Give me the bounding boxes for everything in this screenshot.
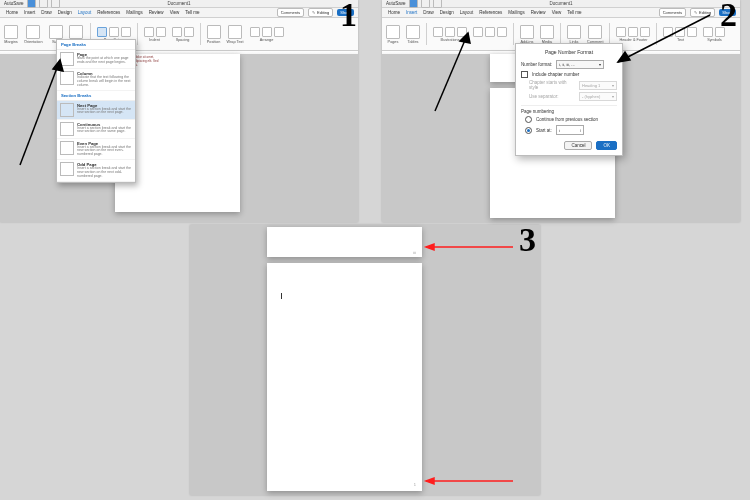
breaks-button[interactable] <box>97 27 107 37</box>
title-bar: AutoSave Document1 <box>382 0 740 8</box>
break-page[interactable]: PageMark the point at which one page end… <box>57 50 135 69</box>
save-icon[interactable] <box>27 0 36 8</box>
break-next-page[interactable]: Next PageInsert a section break and star… <box>57 101 135 120</box>
tab-insert[interactable]: Insert <box>406 10 417 15</box>
spinner-icon: ⁞ <box>580 128 581 133</box>
selection-pane[interactable] <box>274 27 284 37</box>
title-bar: AutoSave Document1 <box>0 0 358 8</box>
start-at-spinner[interactable]: i⁞ <box>556 125 584 135</box>
start-at-label: Start at: <box>536 128 552 133</box>
page3-bottom: 1 <box>267 263 422 491</box>
tab-layout[interactable]: Layout <box>78 10 92 15</box>
margins-icon[interactable] <box>4 25 18 39</box>
autosave-label: AutoSave <box>4 1 24 6</box>
annotation-arrow-1 <box>15 55 65 170</box>
step-number-1: 1 <box>340 0 357 34</box>
continue-label: Continue from previous section <box>536 117 598 122</box>
svg-marker-9 <box>426 478 434 484</box>
tab-references[interactable]: References <box>479 10 502 15</box>
wrap-text-icon[interactable] <box>228 25 242 39</box>
orientation-icon[interactable] <box>26 25 40 39</box>
ribbon-tabs: Home Insert Draw Design Layout Reference… <box>0 8 358 18</box>
tab-home[interactable]: Home <box>388 10 400 15</box>
document-title: Document1 <box>549 1 572 6</box>
tab-references[interactable]: References <box>97 10 120 15</box>
tab-review[interactable]: Review <box>149 10 164 15</box>
tab-draw[interactable]: Draw <box>41 10 52 15</box>
quick-access: AutoSave <box>4 0 60 8</box>
indent-right[interactable] <box>156 27 166 37</box>
svg-marker-5 <box>618 52 630 62</box>
tab-mailings[interactable]: Mailings <box>126 10 143 15</box>
break-odd-page[interactable]: Odd PageInsert a section break and start… <box>57 160 135 182</box>
cover-page-icon[interactable] <box>386 25 400 39</box>
break-column[interactable]: ColumnIndicate that the text following t… <box>57 69 135 91</box>
tab-design[interactable]: Design <box>58 10 72 15</box>
breaks-dropdown: Page Breaks PageMark the point at which … <box>56 39 136 183</box>
sectionbreaks-header: Section Breaks <box>57 91 135 101</box>
cursor-icon <box>281 293 283 299</box>
ok-button[interactable]: OK <box>596 141 617 150</box>
document-title: Document1 <box>167 1 190 6</box>
annotation-arrow-footer <box>418 476 518 486</box>
editing-button[interactable]: ✎ Editing <box>308 8 333 17</box>
tab-insert[interactable]: Insert <box>24 10 35 15</box>
svg-marker-1 <box>53 60 63 71</box>
tab-review[interactable]: Review <box>531 10 546 15</box>
tab-draw[interactable]: Draw <box>423 10 434 15</box>
undo-icon[interactable] <box>39 0 48 8</box>
undo-icon[interactable] <box>421 0 430 8</box>
columns-icon[interactable] <box>69 25 83 39</box>
quick-access: AutoSave <box>386 0 442 8</box>
tab-tellme[interactable]: Tell me <box>567 10 581 15</box>
tab-view[interactable]: View <box>170 10 180 15</box>
size-icon[interactable] <box>49 25 63 39</box>
send-backward[interactable] <box>262 27 272 37</box>
tab-design[interactable]: Design <box>440 10 454 15</box>
tab-layout[interactable]: Layout <box>460 10 474 15</box>
hyphenation-button[interactable] <box>121 27 131 37</box>
annotation-arrow-header <box>418 242 518 252</box>
header-page-number: iii <box>413 250 416 255</box>
redo-icon[interactable] <box>433 0 442 8</box>
tab-tellme[interactable]: Tell me <box>185 10 199 15</box>
line-numbers-button[interactable] <box>109 27 119 37</box>
tab-view[interactable]: View <box>552 10 562 15</box>
position-icon[interactable] <box>207 25 221 39</box>
svg-line-0 <box>20 60 60 165</box>
footer-page-number: 1 <box>414 482 416 487</box>
comments-button[interactable]: Comments <box>277 8 304 17</box>
start-at-radio[interactable] <box>525 127 532 134</box>
tab-mailings[interactable]: Mailings <box>508 10 525 15</box>
bring-forward[interactable] <box>250 27 260 37</box>
svg-marker-7 <box>426 244 434 250</box>
svg-line-4 <box>618 15 710 62</box>
spacing-before[interactable] <box>172 27 182 37</box>
break-continuous[interactable]: ContinuousInsert a section break and sta… <box>57 120 135 139</box>
svg-marker-3 <box>460 33 470 43</box>
table-icon[interactable] <box>406 25 420 39</box>
indent-left[interactable] <box>144 27 154 37</box>
spacing-after[interactable] <box>184 27 194 37</box>
annotation-arrow-2b <box>610 10 720 70</box>
ribbon-layout: Margins Orientation Size Columns Page Se… <box>0 18 358 51</box>
autosave-label: AutoSave <box>386 1 406 6</box>
tab-home[interactable]: Home <box>6 10 18 15</box>
step-number-2: 2 <box>720 0 737 34</box>
save-icon[interactable] <box>409 0 418 8</box>
page3-top: iii <box>267 227 422 257</box>
svg-line-2 <box>435 33 468 111</box>
continue-radio[interactable] <box>525 116 532 123</box>
pagebreaks-header: Page Breaks <box>57 40 135 50</box>
break-even-page[interactable]: Even PageInsert a section break and star… <box>57 139 135 161</box>
redo-icon[interactable] <box>51 0 60 8</box>
cancel-button[interactable]: Cancel <box>564 141 592 150</box>
annotation-arrow-2a <box>430 28 615 116</box>
step-number-3: 3 <box>519 221 536 259</box>
panel-3: iii 1 <box>190 225 540 495</box>
